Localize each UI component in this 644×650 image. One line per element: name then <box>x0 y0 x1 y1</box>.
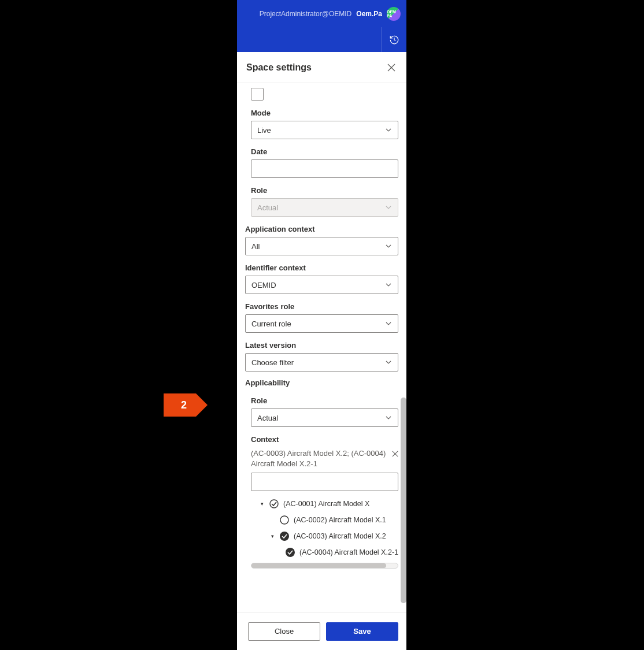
applicability-context-label: Context <box>251 435 398 444</box>
tree-item-label: (AC-0003) Aircraft Model X.2 <box>294 532 386 540</box>
latest-version-select[interactable]: Choose filter <box>245 353 398 372</box>
latest-version-value: Choose filter <box>251 358 294 367</box>
checkbox-partial-icon <box>269 499 279 508</box>
app-frame: ProjectAdministrator@OEMID Oem.Pa OEM PA… <box>237 0 406 650</box>
account-user: Oem.Pa <box>356 10 382 18</box>
mode-select[interactable]: Live <box>251 121 398 139</box>
id-context-value: OEMID <box>251 281 276 289</box>
tree-item-label: (AC-0004) Aircraft Model X.2-1 <box>299 548 398 556</box>
context-clear-button[interactable] <box>392 450 398 460</box>
avatar[interactable]: OEM PA <box>387 7 401 21</box>
date-label: Date <box>251 147 398 156</box>
field-id-context: Identifier context OEMID <box>245 263 398 294</box>
mode-label: Mode <box>251 109 398 117</box>
panel-title: Space settings <box>246 62 312 73</box>
annotation-arrow <box>196 393 208 417</box>
id-context-label: Identifier context <box>245 263 398 272</box>
save-label: Save <box>353 627 371 636</box>
checkbox-checked-icon <box>280 532 289 541</box>
panel-body: Mode Live Date Role Actual <box>237 83 406 612</box>
role-top-label: Role <box>251 186 398 195</box>
svg-point-4 <box>270 500 278 508</box>
tree-item[interactable]: ▾(AC-0001) Aircraft Model X <box>251 496 398 512</box>
mode-value: Live <box>257 126 271 135</box>
context-selected-text: (AC-0003) Aircraft Model X.2; (AC-0004) … <box>251 447 398 473</box>
fav-role-value: Current role <box>251 320 291 328</box>
avatar-text: OEM PA <box>387 10 401 18</box>
tree-item[interactable]: ▾(AC-0003) Aircraft Model X.2 <box>251 528 398 544</box>
chevron-down-icon <box>385 204 392 211</box>
context-selected-value: (AC-0003) Aircraft Model X.2; (AC-0004) … <box>251 449 386 468</box>
tree-item-label: (AC-0002) Aircraft Model X.1 <box>294 516 386 524</box>
field-fav-role: Favorites role Current role <box>245 302 398 333</box>
applicability-role-label: Role <box>251 396 398 405</box>
chevron-down-icon <box>385 320 392 327</box>
partial-field-fragment <box>251 88 264 101</box>
fav-role-label: Favorites role <box>245 302 398 311</box>
context-tree: ▾(AC-0001) Aircraft Model X(AC-0002) Air… <box>251 496 398 560</box>
field-app-context: Application context All <box>245 225 398 255</box>
chevron-down-icon <box>385 281 392 288</box>
sub-bar <box>237 27 406 52</box>
annotation-number: 2 <box>164 393 196 417</box>
tree-item[interactable]: (AC-0002) Aircraft Model X.1 <box>251 512 398 528</box>
field-role-top: Role Actual <box>251 186 398 217</box>
chevron-down-icon <box>385 359 392 366</box>
tree-item[interactable]: (AC-0004) Aircraft Model X.2-1 <box>251 544 398 560</box>
fav-role-select[interactable]: Current role <box>245 314 398 333</box>
field-latest-version: Latest version Choose filter <box>245 341 398 372</box>
field-applicability-context: Context (AC-0003) Aircraft Model X.2; (A… <box>251 435 398 569</box>
context-search-input[interactable] <box>251 473 398 491</box>
checkbox-empty-icon <box>280 515 289 525</box>
applicability-role-value: Actual <box>257 414 278 422</box>
chevron-down-icon <box>385 414 392 421</box>
top-bar: ProjectAdministrator@OEMID Oem.Pa OEM PA <box>237 0 406 27</box>
vertical-scrollbar[interactable] <box>401 398 406 603</box>
id-context-select[interactable]: OEMID <box>245 276 398 294</box>
app-context-label: Application context <box>245 225 398 233</box>
close-form-label: Close <box>275 627 294 636</box>
panel-header: Space settings <box>237 52 406 83</box>
field-applicability-role: Role Actual <box>251 396 398 427</box>
account-email: ProjectAdministrator@OEMID <box>260 10 352 18</box>
close-icon <box>392 451 398 457</box>
tree-item-label: (AC-0001) Aircraft Model X <box>283 500 369 508</box>
history-icon <box>389 35 399 45</box>
tree-collapse-icon[interactable]: ▾ <box>269 533 275 539</box>
tree-horizontal-scrollbar[interactable] <box>251 563 398 569</box>
app-context-select[interactable]: All <box>245 237 398 255</box>
role-top-value: Actual <box>257 203 278 212</box>
svg-point-7 <box>286 548 295 557</box>
close-form-button[interactable]: Close <box>248 622 320 641</box>
tree-collapse-icon[interactable]: ▾ <box>259 501 265 507</box>
applicability-heading: Applicability <box>237 372 406 388</box>
field-date: Date <box>251 147 398 178</box>
app-context-value: All <box>251 242 260 251</box>
save-button[interactable]: Save <box>326 622 398 641</box>
field-mode: Mode Live <box>251 109 398 139</box>
latest-version-label: Latest version <box>245 341 398 350</box>
panel-footer: Close Save <box>237 612 406 650</box>
close-icon <box>387 64 395 72</box>
chevron-down-icon <box>385 243 392 250</box>
svg-point-5 <box>280 516 288 524</box>
applicability-role-select[interactable]: Actual <box>251 408 398 427</box>
history-button[interactable] <box>382 27 406 52</box>
role-top-select: Actual <box>251 198 398 217</box>
date-input[interactable] <box>251 159 398 178</box>
annotation-callout-2: 2 <box>164 393 208 417</box>
svg-point-6 <box>280 532 289 541</box>
checkbox-checked-icon <box>286 548 295 557</box>
close-button[interactable] <box>386 62 397 73</box>
chevron-down-icon <box>385 127 392 133</box>
